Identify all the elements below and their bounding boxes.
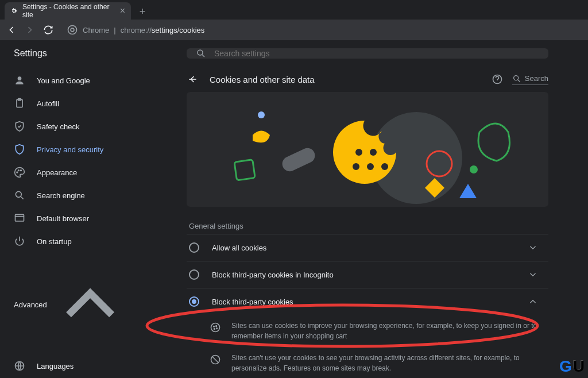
chevron-up-icon <box>47 261 133 349</box>
svg-point-30 <box>216 326 217 327</box>
svg-point-20 <box>381 163 388 170</box>
page-title: Settings <box>0 48 147 69</box>
general-settings-label: General settings <box>187 222 548 230</box>
option-label: Block third-party cookies <box>212 298 515 306</box>
sidebar-item-search-engine[interactable]: Search engine <box>0 184 147 207</box>
svg-point-29 <box>214 326 215 327</box>
sidebar-item-label: Default browser <box>37 214 89 223</box>
omnibox-url-dim: chrome:// <box>121 26 152 34</box>
option-block-third-party-incognito[interactable]: Block third-party cookies in Incognito <box>187 261 548 288</box>
chevron-up-icon <box>528 296 538 307</box>
gear-icon <box>10 7 18 15</box>
svg-point-19 <box>367 163 374 170</box>
svg-point-32 <box>216 328 218 329</box>
option-allow-all-cookies[interactable]: Allow all cookies <box>187 234 548 261</box>
browser-tab[interactable]: Settings - Cookies and other site × <box>5 2 131 20</box>
help-icon[interactable] <box>492 74 503 85</box>
sidebar-item-on-startup[interactable]: On startup <box>0 230 147 253</box>
close-icon[interactable]: × <box>120 6 125 16</box>
omnibox-url-main: settings/cookies <box>152 26 205 34</box>
advanced-label: Advanced <box>14 300 47 309</box>
content-header: Cookies and other site data Search <box>187 71 548 92</box>
svg-marker-27 <box>459 184 477 198</box>
chevron-down-icon <box>528 242 538 253</box>
tab-title: Settings - Cookies and other site <box>22 3 115 19</box>
palette-icon <box>14 167 25 178</box>
mini-search-label: Search <box>525 74 548 83</box>
sidebar-item-you-and-google[interactable]: You and Google <box>0 69 147 92</box>
svg-point-12 <box>198 50 203 55</box>
sidebar-item-label: Autofill <box>37 99 59 108</box>
radio-icon-selected[interactable] <box>189 296 199 307</box>
sidebar-item-privacy-security[interactable]: Privacy and security <box>0 138 147 161</box>
section-title: Cookies and other site data <box>210 75 480 84</box>
detail-cookie-info-1: Sites can use cookies to improve your br… <box>187 315 548 347</box>
sidebar-item-label: Search engine <box>37 191 85 200</box>
sidebar: Settings You and Google Autofill Safety … <box>0 40 147 378</box>
chevron-down-icon <box>528 269 538 280</box>
search-icon <box>14 190 25 201</box>
search-settings-input[interactable] <box>214 49 539 58</box>
hero-illustration <box>187 92 548 207</box>
forward-icon[interactable] <box>24 24 36 36</box>
svg-rect-9 <box>16 214 24 221</box>
svg-point-28 <box>211 323 220 332</box>
detail-cookie-info-2: Sites can't use your cookies to see your… <box>187 347 548 378</box>
svg-point-25 <box>470 165 478 173</box>
radio-icon[interactable] <box>189 269 199 280</box>
chrome-icon <box>67 24 78 36</box>
sidebar-item-languages[interactable]: Languages <box>0 354 147 377</box>
sidebar-item-appearance[interactable]: Appearance <box>0 161 147 184</box>
svg-point-14 <box>513 75 518 80</box>
svg-rect-23 <box>280 146 317 174</box>
svg-point-7 <box>21 170 22 171</box>
svg-point-2 <box>18 76 22 80</box>
sidebar-item-label: Safety check <box>37 122 79 131</box>
browser-toolbar: Chrome | chrome://settings/cookies <box>0 20 588 40</box>
back-icon[interactable] <box>6 24 17 36</box>
svg-point-17 <box>370 149 377 156</box>
back-arrow-icon[interactable] <box>187 74 198 85</box>
sidebar-item-default-browser[interactable]: Default browser <box>0 207 147 230</box>
shield-icon <box>14 144 25 155</box>
omnibox[interactable]: Chrome | chrome://settings/cookies <box>67 24 204 36</box>
option-block-third-party[interactable]: Block third-party cookies <box>187 288 548 315</box>
sidebar-item-label: Privacy and security <box>37 145 103 154</box>
svg-point-6 <box>18 170 20 171</box>
browser-icon <box>14 213 25 224</box>
svg-point-31 <box>214 329 215 330</box>
option-label: Allow all cookies <box>212 244 515 252</box>
globe-icon <box>14 360 25 372</box>
advanced-toggle[interactable]: Advanced <box>0 253 147 354</box>
search-icon <box>512 74 521 83</box>
sidebar-item-label: You and Google <box>37 76 90 85</box>
watermark: GU <box>559 357 585 376</box>
svg-point-21 <box>258 111 265 118</box>
svg-point-0 <box>68 26 77 34</box>
shield-check-icon <box>14 121 25 132</box>
svg-point-18 <box>353 163 359 170</box>
sidebar-item-label: On startup <box>37 237 72 246</box>
search-settings-bar[interactable] <box>187 48 548 59</box>
tab-strip: Settings - Cookies and other site × + <box>0 0 588 20</box>
option-label: Block third-party cookies in Incognito <box>212 271 515 279</box>
main-content: Cookies and other site data Search <box>147 40 588 378</box>
svg-point-5 <box>17 172 18 173</box>
sidebar-item-safety-check[interactable]: Safety check <box>0 115 147 138</box>
detail-text: Sites can use cookies to improve your br… <box>231 321 538 341</box>
omnibox-chrome-label: Chrome <box>83 26 109 34</box>
reload-icon[interactable] <box>42 24 54 36</box>
sidebar-item-label: Languages <box>37 362 74 371</box>
mini-search[interactable]: Search <box>512 74 548 85</box>
new-tab-button[interactable]: + <box>134 3 150 20</box>
svg-point-16 <box>355 149 362 156</box>
svg-point-8 <box>16 191 21 197</box>
search-icon <box>196 48 206 59</box>
sidebar-item-label: Appearance <box>37 168 77 177</box>
radio-icon[interactable] <box>189 242 199 253</box>
detail-text: Sites can't use your cookies to see your… <box>231 353 538 373</box>
sidebar-item-autofill[interactable]: Autofill <box>0 92 147 115</box>
svg-rect-22 <box>234 160 255 180</box>
block-icon <box>210 354 221 365</box>
cookie-icon <box>210 322 221 333</box>
